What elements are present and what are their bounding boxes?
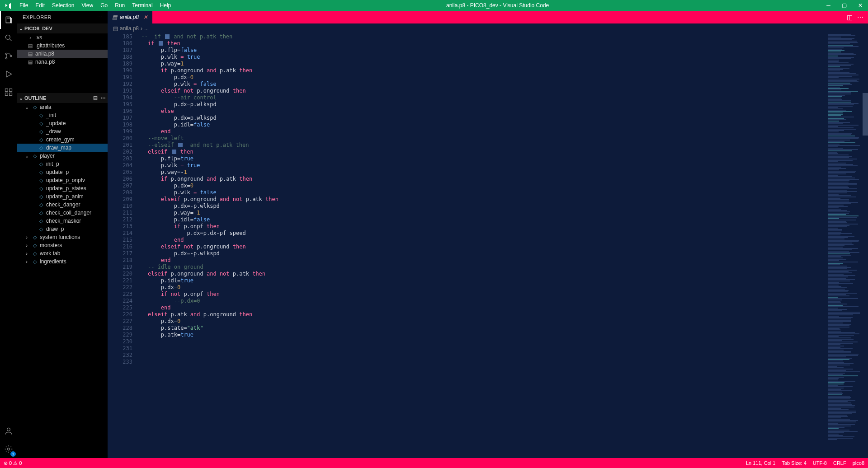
folder-icon: › <box>27 35 33 40</box>
svg-point-2 <box>5 57 7 59</box>
tree-item-label: .vs <box>35 34 42 41</box>
outline-item-label: ingredients <box>40 258 66 265</box>
collapse-icon[interactable]: ⊟ <box>93 95 98 101</box>
menu-item-help[interactable]: Help <box>156 2 175 9</box>
chevron-right-icon: › <box>24 259 30 264</box>
close-icon[interactable]: ✕ <box>143 14 148 20</box>
search-tab-icon[interactable] <box>0 29 17 47</box>
outline-item[interactable]: ›◇ingredients <box>17 257 108 266</box>
status-item[interactable]: UTF-8 <box>813 460 827 466</box>
symbol-icon: ◇ <box>32 153 38 159</box>
tree-item-label: nana.p8 <box>35 59 55 65</box>
file-item[interactable]: ▤.gitattributes <box>17 42 108 50</box>
outline-item[interactable]: ›◇system functions <box>17 233 108 241</box>
tree-item-label: anila.p8 <box>35 51 54 57</box>
file-tree: ›.vs▤.gitattributes▤anila.p8▤nana.p8 <box>17 33 108 66</box>
outline-item[interactable]: ◇draw_map <box>17 144 108 152</box>
editor-body[interactable]: 1851861871881891901911921931941951961971… <box>108 33 868 458</box>
outline-item[interactable]: ◇_init <box>17 111 108 119</box>
symbol-icon: ◇ <box>38 169 44 175</box>
scroll-thumb[interactable] <box>863 93 868 136</box>
tab-label: anila.p8 <box>120 14 139 20</box>
outline-item[interactable]: ›◇monsters <box>17 241 108 249</box>
symbol-icon: ◇ <box>38 145 44 151</box>
outline-item[interactable]: ◇update_p_anim <box>17 192 108 201</box>
more-icon[interactable]: ⋯ <box>97 14 103 20</box>
file-item[interactable]: ›.vs <box>17 33 108 42</box>
split-icon[interactable]: ◫ <box>847 14 853 21</box>
minimap[interactable] <box>826 33 863 458</box>
status-item[interactable]: CRLF <box>833 460 846 466</box>
outline-item[interactable]: ›◇work tab <box>17 249 108 257</box>
outline-item[interactable]: ◇update_p <box>17 168 108 176</box>
outline-item[interactable]: ◇create_gym <box>17 136 108 144</box>
chevron-right-icon: › <box>24 234 30 240</box>
extensions-tab-icon[interactable] <box>0 83 17 101</box>
outline-item-label: check_maskor <box>46 218 81 224</box>
outline-item[interactable]: ⌄◇player <box>17 152 108 160</box>
settings-icon[interactable] <box>0 440 17 458</box>
tab-anila[interactable]: ▤ anila.p8 ✕ <box>108 11 152 23</box>
outline-item-label: create_gym <box>46 136 75 143</box>
more-icon[interactable]: ⋯ <box>857 14 863 21</box>
svg-rect-7 <box>9 89 12 92</box>
status-problems[interactable]: ⊗ 0 ⚠ 0 <box>4 460 22 466</box>
breadcrumbs[interactable]: ▤ anila.p8 › ... <box>108 23 868 33</box>
outline-item[interactable]: ◇_update <box>17 119 108 127</box>
status-item[interactable]: Ln 111, Col 1 <box>746 460 775 466</box>
outline-item[interactable]: ◇check_maskor <box>17 217 108 225</box>
outline-item-label: _init <box>46 112 56 118</box>
outline-item[interactable]: ⌄◇anila <box>17 103 108 111</box>
symbol-icon: ◇ <box>38 161 44 167</box>
svg-point-8 <box>7 428 10 431</box>
outline-item[interactable]: ◇update_p_onpfv <box>17 176 108 184</box>
outline-item[interactable]: ◇check_coll_danger <box>17 209 108 217</box>
menu-item-run[interactable]: Run <box>111 2 128 9</box>
outline-item[interactable]: ◇init_p <box>17 160 108 168</box>
outline-item[interactable]: ◇_draw <box>17 127 108 136</box>
more-icon[interactable]: ⋯ <box>100 95 106 101</box>
svg-rect-4 <box>5 89 8 92</box>
chevron-down-icon: ⌄ <box>19 95 24 101</box>
symbol-icon: ◇ <box>38 194 44 200</box>
menu-item-terminal[interactable]: Terminal <box>128 2 156 9</box>
symbol-icon: ◇ <box>32 234 38 240</box>
outline-item-label: draw_p <box>46 226 64 232</box>
btn-sprite-icon <box>159 41 163 46</box>
file-icon: ▤ <box>27 51 33 57</box>
outline-tree: ⌄◇anila◇_init◇_update◇_draw◇create_gym◇d… <box>17 103 108 266</box>
account-icon[interactable] <box>0 422 17 440</box>
source-control-tab-icon[interactable] <box>0 47 17 65</box>
outline-item-label: check_coll_danger <box>46 210 91 216</box>
chevron-down-icon: ⌄ <box>19 26 24 32</box>
menu-item-view[interactable]: View <box>78 2 97 9</box>
close-button[interactable]: ✕ <box>852 2 868 9</box>
outline-item-label: update_p_states <box>46 185 86 192</box>
status-item[interactable]: Tab Size: 4 <box>782 460 806 466</box>
outline-item[interactable]: ◇update_p_states <box>17 184 108 192</box>
symbol-icon: ◇ <box>38 178 44 183</box>
file-item[interactable]: ▤nana.p8 <box>17 58 108 66</box>
menu-item-selection[interactable]: Selection <box>48 2 78 9</box>
outline-item-label: player <box>40 153 55 159</box>
outline-item[interactable]: ◇draw_p <box>17 225 108 233</box>
file-item[interactable]: ▤anila.p8 <box>17 50 108 58</box>
minimize-button[interactable]: ─ <box>821 2 836 9</box>
chevron-right-icon: › <box>24 243 30 248</box>
menu-item-file[interactable]: File <box>16 2 32 9</box>
outline-item[interactable]: ◇check_danger <box>17 201 108 209</box>
folder-section-header[interactable]: ⌄ PICO8_DEV <box>17 23 108 33</box>
status-item[interactable]: pico8 <box>853 460 864 466</box>
menu-item-edit[interactable]: Edit <box>32 2 48 9</box>
window-controls: ─ ▢ ✕ <box>821 2 868 9</box>
symbol-icon: ◇ <box>38 112 44 118</box>
debug-tab-icon[interactable] <box>0 65 17 83</box>
explorer-tab-icon[interactable] <box>0 11 17 29</box>
svg-rect-6 <box>9 93 12 96</box>
chevron-right-icon: › <box>24 251 30 256</box>
menu-item-go[interactable]: Go <box>97 2 111 9</box>
code-content[interactable]: -- if and not p.atk then if then p.flp=f… <box>135 33 826 338</box>
outline-section-header[interactable]: ⌄ OUTLINE ⊟ ⋯ <box>17 93 108 103</box>
scrollbar[interactable] <box>863 33 868 458</box>
maximize-button[interactable]: ▢ <box>836 2 852 9</box>
